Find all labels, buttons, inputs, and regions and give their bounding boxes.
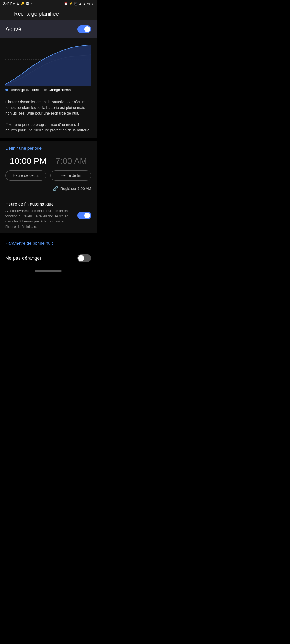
- active-label: Activé: [5, 26, 21, 33]
- nav-bar: [0, 267, 97, 275]
- good-night-section: Paramètre de bonne nuit Ne pas déranger: [0, 236, 97, 267]
- status-bar: 2:42 PM ⚙ 🔑 💬 • ⊟ ⏰ ⚡ 📳 ▲ ▲ 36 %: [0, 0, 97, 8]
- time-row: 10:00 PM 7:00 AM: [0, 154, 97, 168]
- legend-planned: Recharge planifiée: [5, 88, 39, 92]
- legend-normal: Charge normale: [44, 88, 73, 92]
- chart-legend: Recharge planifiée Charge normale: [5, 86, 91, 95]
- notification-icon: •: [31, 2, 32, 6]
- normal-dot: [44, 89, 47, 91]
- good-night-label: Paramètre de bonne nuit: [0, 236, 97, 249]
- set-info-row: 🔗 Réglé sur 7:00 AM: [0, 185, 97, 195]
- status-right: ⊟ ⏰ ⚡ 📳 ▲ ▲ 36 %: [61, 2, 93, 6]
- wifi-icon: ▲: [79, 2, 82, 5]
- gear-icon: ⚙: [16, 2, 19, 6]
- battery-chart: [5, 43, 91, 86]
- dnd-toggle-track: [77, 254, 91, 262]
- chart-description: Charger dynamiquement la batterie pour r…: [0, 97, 97, 138]
- active-toggle-track: [77, 25, 91, 33]
- button-row: Heure de début Heure de fin: [0, 168, 97, 185]
- period-section: Définir une période 10:00 PM 7:00 AM Heu…: [0, 141, 97, 197]
- alarm-icon: ⏰: [64, 2, 68, 6]
- set-info-text: Réglé sur 7:00 AM: [60, 186, 91, 191]
- divider-1: [0, 138, 97, 141]
- active-toggle-thumb: [84, 26, 90, 32]
- chart-area: Recharge planifiée Charge normale: [0, 38, 97, 97]
- auto-end-toggle-thumb: [84, 213, 90, 218]
- planned-label: Recharge planifiée: [10, 88, 39, 92]
- divider-2: [0, 233, 97, 236]
- sim-icon: ⊟: [61, 2, 63, 6]
- link-icon: 🔗: [53, 186, 58, 191]
- end-time: 7:00 AM: [55, 156, 87, 166]
- dnd-label: Ne pas déranger: [5, 255, 41, 261]
- auto-end-toggle[interactable]: [77, 212, 91, 219]
- vibrate-icon: 📳: [74, 2, 78, 6]
- dnd-row[interactable]: Ne pas déranger: [0, 249, 97, 267]
- planned-dot: [5, 89, 8, 91]
- page-title: Recharge planifiée: [14, 11, 59, 17]
- period-section-label: Définir une période: [0, 141, 97, 154]
- nav-pill: [35, 270, 62, 272]
- description-text: Charger dynamiquement la batterie pour r…: [5, 100, 90, 132]
- auto-end-toggle-track: [77, 212, 91, 219]
- status-left: 2:42 PM ⚙ 🔑 💬 •: [3, 2, 32, 6]
- battery-text: 36 %: [87, 2, 93, 5]
- status-time: 2:42 PM: [3, 2, 15, 6]
- dnd-toggle[interactable]: [77, 254, 91, 262]
- active-toggle-row[interactable]: Activé: [0, 20, 97, 38]
- active-toggle[interactable]: [77, 25, 91, 33]
- bluetooth-icon: ⚡: [69, 2, 73, 6]
- auto-end-text: Heure de fin automatique Ajuster dynamiq…: [5, 202, 77, 229]
- end-time-button[interactable]: Heure de fin: [50, 170, 91, 181]
- key-icon: 🔑: [20, 2, 24, 6]
- back-button[interactable]: ←: [4, 11, 10, 17]
- auto-end-title: Heure de fin automatique: [5, 202, 73, 207]
- normal-label: Charge normale: [48, 88, 73, 92]
- top-bar: ← Recharge planifiée: [0, 8, 97, 20]
- auto-end-desc: Ajuster dynamiquement l'heure de fin en …: [5, 208, 73, 229]
- message-icon: 💬: [26, 2, 30, 6]
- start-time: 10:00 PM: [10, 156, 46, 166]
- dnd-toggle-thumb: [78, 255, 84, 261]
- auto-end-row[interactable]: Heure de fin automatique Ajuster dynamiq…: [0, 197, 97, 233]
- start-time-button[interactable]: Heure de début: [5, 170, 46, 181]
- signal-icon: ▲: [83, 2, 86, 5]
